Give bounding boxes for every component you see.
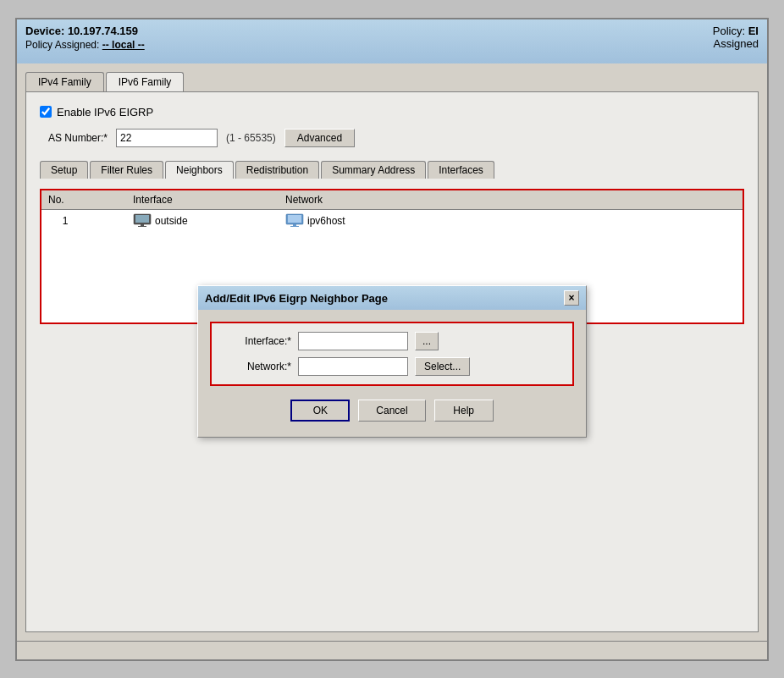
device-value: 10.197.74.159 (68, 25, 138, 37)
as-number-range: (1 - 65535) (226, 132, 276, 144)
cell-network-value: ipv6host (307, 215, 345, 227)
interface-field-row: Interface:* ... (224, 332, 560, 350)
interface-field-label: Interface:* (224, 335, 291, 347)
tab-redistribution[interactable]: Redistribution (235, 161, 319, 179)
status-bar (17, 641, 767, 659)
enable-eigrp-row: Enable IPv6 EIGRP (40, 106, 744, 119)
dialog-buttons: OK Cancel Help (210, 400, 574, 425)
device-info: Device: 10.197.74.159 (25, 25, 145, 37)
svg-rect-1 (135, 215, 149, 223)
ok-button[interactable]: OK (290, 400, 350, 422)
svg-rect-5 (288, 215, 301, 223)
network-icon (285, 213, 304, 229)
svg-rect-3 (138, 226, 146, 227)
add-edit-dialog: Add/Edit IPv6 Eigrp Neighbor Page × Inte… (197, 285, 587, 438)
svg-rect-7 (290, 226, 299, 227)
cell-interface-value: outside (155, 215, 188, 227)
tab-setup[interactable]: Setup (40, 161, 88, 179)
cell-network: ipv6host (285, 213, 455, 229)
as-number-row: AS Number:* (1 - 65535) Advanced (48, 129, 744, 147)
dialog-title: Add/Edit IPv6 Eigrp Neighbor Page (205, 292, 388, 305)
tab-ipv6-family[interactable]: IPv6 Family (106, 72, 185, 91)
table-row[interactable]: 1 outside (41, 210, 743, 233)
tab-neighbors[interactable]: Neighbors (165, 161, 234, 179)
panel: Enable IPv6 EIGRP AS Number:* (1 - 65535… (25, 91, 759, 632)
as-number-input[interactable] (116, 129, 218, 147)
col-header-no: No. (48, 194, 133, 206)
enable-eigrp-checkbox[interactable] (40, 106, 52, 118)
network-input[interactable] (298, 357, 408, 376)
interface-input[interactable] (298, 332, 408, 350)
device-label: Device: (25, 25, 64, 37)
dialog-body: Interface:* ... Network:* Select... (198, 310, 586, 437)
policy-label-row: Policy: EI (713, 25, 759, 37)
tab-filter-rules[interactable]: Filter Rules (90, 161, 163, 179)
policy-assigned-row: Policy Assigned: -- local -- (25, 39, 145, 51)
policy-label: Policy: (713, 25, 745, 37)
cell-interface: outside (133, 213, 285, 229)
table-header: No. Interface Network (41, 190, 743, 210)
inner-tabs: Setup Filter Rules Neighbors Redistribut… (40, 161, 744, 179)
tab-interfaces[interactable]: Interfaces (428, 161, 494, 179)
policy-assigned-link[interactable]: -- local -- (102, 39, 145, 51)
advanced-button[interactable]: Advanced (284, 129, 355, 147)
title-right: Policy: EI Assigned (713, 25, 759, 50)
svg-rect-2 (141, 224, 144, 226)
col-header-network: Network (285, 194, 455, 206)
network-field-label: Network:* (224, 361, 291, 372)
dialog-close-button[interactable]: × (564, 290, 579, 306)
policy-assigned-label: Policy Assigned: (25, 39, 99, 51)
assigned-label: Assigned (713, 37, 759, 50)
help-button[interactable]: Help (434, 400, 494, 422)
as-number-label: AS Number:* (48, 132, 108, 144)
title-left: Device: 10.197.74.159 Policy Assigned: -… (25, 25, 145, 51)
dialog-title-bar: Add/Edit IPv6 Eigrp Neighbor Page × (198, 286, 586, 310)
interface-browse-button[interactable]: ... (415, 332, 439, 350)
family-tabs: IPv4 Family IPv6 Family (25, 72, 759, 91)
cell-no: 1 (48, 215, 133, 227)
title-bar: Device: 10.197.74.159 Policy Assigned: -… (17, 19, 767, 63)
dialog-fields: Interface:* ... Network:* Select... (210, 322, 574, 386)
col-header-interface: Interface (133, 194, 285, 206)
enable-eigrp-label: Enable IPv6 EIGRP (57, 106, 153, 119)
svg-rect-6 (293, 224, 296, 226)
tab-summary-address[interactable]: Summary Address (321, 161, 426, 179)
tab-ipv4-family[interactable]: IPv4 Family (25, 72, 104, 91)
main-window: Device: 10.197.74.159 Policy Assigned: -… (15, 18, 769, 661)
cancel-button[interactable]: Cancel (358, 400, 425, 422)
network-select-button[interactable]: Select... (415, 357, 470, 376)
interface-icon (133, 213, 152, 229)
content-area: IPv4 Family IPv6 Family Enable IPv6 EIGR… (17, 63, 767, 641)
network-field-row: Network:* Select... (224, 357, 560, 376)
policy-value: EI (748, 25, 759, 37)
